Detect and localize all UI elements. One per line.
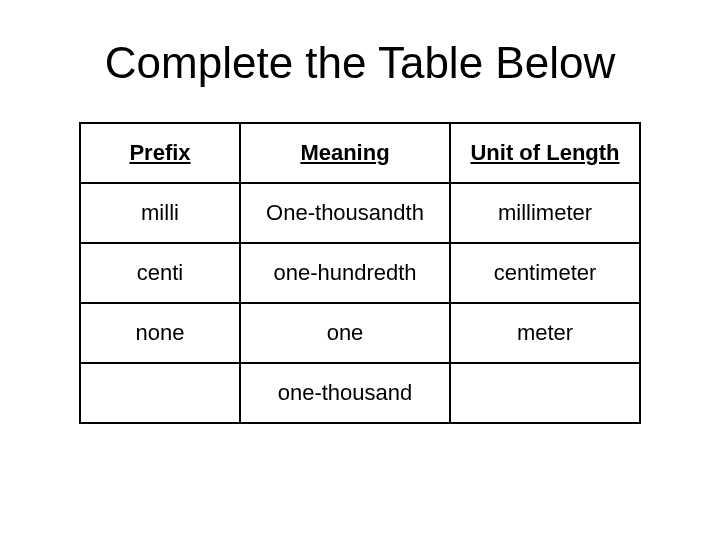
worksheet-page: Complete the Table Below Prefix Meaning … <box>0 0 720 540</box>
header-unit: Unit of Length <box>450 123 640 183</box>
cell-unit: millimeter <box>450 183 640 243</box>
cell-meaning: one-thousand <box>240 363 450 423</box>
page-title: Complete the Table Below <box>40 38 680 88</box>
cell-meaning: one <box>240 303 450 363</box>
cell-unit: meter <box>450 303 640 363</box>
header-meaning: Meaning <box>240 123 450 183</box>
table-header-row: Prefix Meaning Unit of Length <box>80 123 640 183</box>
cell-prefix: milli <box>80 183 240 243</box>
cell-prefix: none <box>80 303 240 363</box>
prefix-table: Prefix Meaning Unit of Length milli One-… <box>79 122 641 424</box>
table-row: one-thousand <box>80 363 640 423</box>
cell-meaning: one-hundredth <box>240 243 450 303</box>
table-row: none one meter <box>80 303 640 363</box>
cell-meaning: One-thousandth <box>240 183 450 243</box>
cell-unit <box>450 363 640 423</box>
cell-unit: centimeter <box>450 243 640 303</box>
table-row: milli One-thousandth millimeter <box>80 183 640 243</box>
table-row: centi one-hundredth centimeter <box>80 243 640 303</box>
cell-prefix: centi <box>80 243 240 303</box>
header-prefix: Prefix <box>80 123 240 183</box>
cell-prefix <box>80 363 240 423</box>
